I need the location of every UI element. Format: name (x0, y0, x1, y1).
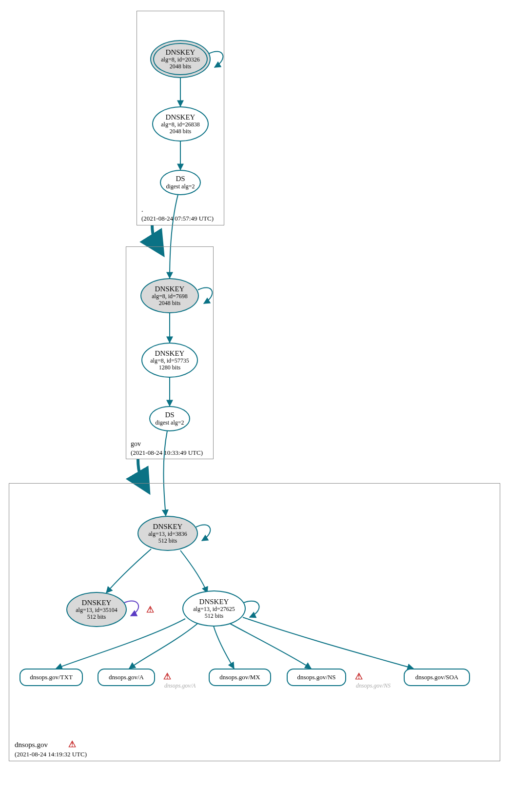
node-gov-ksk: DNSKEY alg=8, id=7698 2048 bits (140, 278, 199, 313)
text: 2048 bits (170, 63, 191, 70)
text: dnsops.gov/TXT (30, 674, 73, 681)
text: digest alg=2 (166, 183, 195, 190)
warning-rrset-ns: ⚠ dnsops.gov/NS (355, 671, 391, 690)
node-rrset-ns: dnsops.gov/NS (287, 669, 346, 686)
text: alg=13, id=3836 (148, 531, 187, 538)
text: DNSKEY (82, 599, 112, 607)
text: DS (165, 411, 174, 419)
node-gov-zsk: DNSKEY alg=8, id=57735 1280 bits (141, 343, 198, 378)
node-rrset-txt: dnsops.gov/TXT (20, 669, 83, 686)
zone-root-label: . (141, 206, 143, 214)
text: alg=8, id=20326 (161, 57, 200, 63)
text: dnsops.gov/A (109, 674, 144, 681)
node-dnsops-zsk: DNSKEY alg=13, id=27625 512 bits (182, 590, 246, 627)
zone-root-timestamp: (2021-08-24 07:57:49 UTC) (141, 215, 214, 223)
node-gov-ds: DS digest alg=2 (149, 406, 190, 431)
text: 2048 bits (159, 300, 180, 307)
text: DNSKEY (199, 598, 229, 606)
text: alg=8, id=26838 (161, 122, 200, 128)
node-dnsops-ksk: DNSKEY alg=13, id=3836 512 bits (137, 516, 198, 551)
text: alg=8, id=57735 (150, 358, 189, 365)
text: alg=13, id=27625 (193, 606, 235, 613)
text: dnsops.gov/MX (219, 674, 260, 681)
text: DNSKEY (153, 523, 183, 531)
warning-icon-key2: ⚠ (146, 604, 154, 615)
dnssec-diagram: . (2021-08-24 07:57:49 UTC) DNSKEY alg=8… (0, 0, 509, 812)
node-dnsops-key2: DNSKEY alg=13, id=35104 512 bits (66, 592, 127, 627)
node-root-ksk: DNSKEY alg=8, id=20326 2048 bits (150, 40, 211, 78)
text: dnsops.gov/SOA (415, 674, 459, 681)
node-rrset-mx: dnsops.gov/MX (209, 669, 271, 686)
text: DNSKEY (166, 48, 196, 57)
warning-rrset-a: ⚠ dnsops.gov/A (163, 671, 196, 690)
text: 512 bits (158, 538, 177, 545)
text: 512 bits (87, 614, 106, 621)
text: 2048 bits (170, 128, 191, 135)
node-root-ds: DS digest alg=2 (160, 170, 201, 195)
text: 512 bits (205, 613, 223, 620)
text: alg=13, id=35104 (76, 607, 117, 614)
node-rrset-soa: dnsops.gov/SOA (404, 669, 470, 686)
text: digest alg=2 (155, 420, 184, 426)
zone-dnsops-label: dnsops.gov (15, 741, 48, 749)
text: DNSKEY (166, 113, 196, 122)
text: DS (176, 175, 185, 183)
warning-icon-domain: ⚠ (68, 739, 76, 750)
text: DNSKEY (155, 285, 185, 293)
text: dnsops.gov/NS (297, 674, 335, 681)
zone-dnsops-timestamp: (2021-08-24 14:19:32 UTC) (15, 751, 87, 758)
text: DNSKEY (155, 349, 185, 358)
zone-gov-label: gov (131, 440, 141, 448)
node-root-zsk: DNSKEY alg=8, id=26838 2048 bits (152, 106, 209, 142)
zone-gov-timestamp: (2021-08-24 10:33:49 UTC) (131, 449, 203, 457)
node-rrset-a: dnsops.gov/A (98, 669, 155, 686)
text: 1280 bits (159, 365, 180, 371)
text: alg=8, id=7698 (152, 293, 188, 300)
